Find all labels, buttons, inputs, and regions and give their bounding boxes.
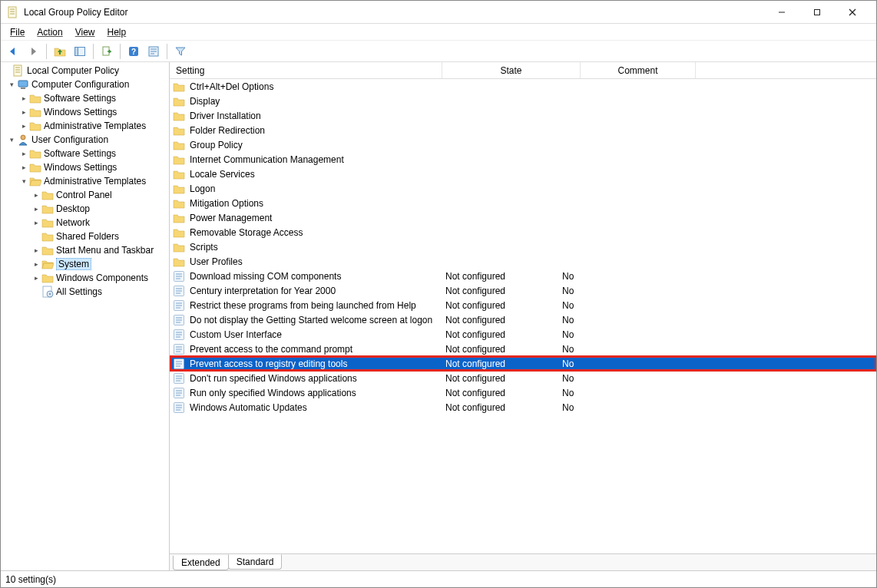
list-row-setting[interactable]: Prevent access to the command promptNot … bbox=[170, 342, 876, 356]
tab-extended[interactable]: Extended bbox=[173, 556, 229, 570]
tree-uc-admin[interactable]: ▾ Administrative Templates bbox=[1, 174, 169, 188]
settings-panel: Setting State Comment Ctrl+Alt+Del Optio… bbox=[170, 62, 876, 570]
list-item-label: Custom User Interface bbox=[190, 329, 282, 340]
list-row-folder[interactable]: User Profiles bbox=[170, 254, 876, 269]
list-row-folder[interactable]: Power Management bbox=[170, 210, 876, 225]
tree-root[interactable]: Local Computer Policy bbox=[1, 64, 169, 78]
tree-system[interactable]: ▸ System bbox=[1, 257, 169, 271]
list-row-setting[interactable]: Do not display the Getting Started welco… bbox=[170, 312, 876, 327]
list-header[interactable]: Setting State Comment bbox=[170, 62, 876, 79]
tree-cc-software[interactable]: ▸ Software Settings bbox=[1, 91, 169, 105]
list-row-folder[interactable]: Folder Redirection bbox=[170, 123, 876, 137]
list-row-setting[interactable]: Restrict these programs from being launc… bbox=[170, 298, 876, 312]
filter-button[interactable] bbox=[171, 43, 190, 60]
folder-icon bbox=[173, 110, 185, 122]
list-row-setting[interactable]: Century interpretation for Year 2000Not … bbox=[170, 283, 876, 298]
maximize-button[interactable] bbox=[799, 1, 835, 24]
show-hide-tree-button[interactable] bbox=[71, 43, 89, 60]
tree-windows-components[interactable]: ▸ Windows Components bbox=[1, 271, 169, 285]
tree-control-panel[interactable]: ▸ Control Panel bbox=[1, 188, 169, 202]
expand-icon[interactable]: ▸ bbox=[31, 219, 41, 226]
list-item-label: Locale Services bbox=[190, 169, 255, 180]
list-row-setting[interactable]: Windows Automatic UpdatesNot configuredN… bbox=[170, 400, 876, 415]
back-button[interactable] bbox=[4, 43, 22, 60]
tree-panel[interactable]: Local Computer Policy ▾ Computer Configu… bbox=[1, 62, 170, 570]
list-row-folder[interactable]: Driver Installation bbox=[170, 108, 876, 123]
folder-icon bbox=[173, 81, 185, 93]
menu-file[interactable]: File bbox=[5, 25, 29, 39]
menu-help[interactable]: Help bbox=[103, 25, 131, 39]
tree-all-settings[interactable]: All Settings bbox=[1, 285, 169, 299]
list-body[interactable]: Ctrl+Alt+Del OptionsDisplayDriver Instal… bbox=[170, 79, 876, 553]
tree-desktop[interactable]: ▸ Desktop bbox=[1, 202, 169, 216]
expand-icon[interactable]: ▸ bbox=[19, 108, 28, 116]
export-list-button[interactable] bbox=[98, 43, 116, 60]
view-tabs: Extended Standard bbox=[170, 553, 876, 570]
list-row-setting[interactable]: Custom User InterfaceNot configuredNo bbox=[170, 327, 876, 342]
expand-icon[interactable]: ▸ bbox=[19, 150, 28, 157]
list-item-state: Not configured bbox=[445, 286, 505, 296]
setting-icon bbox=[173, 270, 185, 282]
list-row-folder[interactable]: Locale Services bbox=[170, 167, 876, 181]
list-row-setting[interactable]: Download missing COM componentsNot confi… bbox=[170, 269, 876, 283]
tree-uc-windows[interactable]: ▸ Windows Settings bbox=[1, 160, 169, 174]
folder-icon bbox=[29, 161, 41, 173]
list-row-folder[interactable]: Display bbox=[170, 94, 876, 108]
tree-cc-windows[interactable]: ▸ Windows Settings bbox=[1, 105, 169, 119]
menu-action[interactable]: Action bbox=[32, 25, 67, 39]
list-row-folder[interactable]: Logon bbox=[170, 181, 876, 196]
expand-icon[interactable]: ▸ bbox=[19, 94, 28, 102]
tab-standard[interactable]: Standard bbox=[228, 554, 283, 570]
list-row-setting[interactable]: Don't run specified Windows applications… bbox=[170, 371, 876, 385]
list-row-folder[interactable]: Internet Communication Management bbox=[170, 152, 876, 167]
up-folder-button[interactable] bbox=[51, 43, 69, 60]
folder-icon bbox=[29, 106, 41, 118]
svg-text:?: ? bbox=[131, 48, 136, 56]
collapse-icon[interactable]: ▾ bbox=[7, 81, 16, 88]
column-state[interactable]: State bbox=[442, 62, 581, 78]
list-row-folder[interactable]: Scripts bbox=[170, 239, 876, 254]
list-item-label: Folder Redirection bbox=[190, 125, 265, 136]
computer-icon bbox=[17, 78, 29, 91]
tree-uc-software[interactable]: ▸ Software Settings bbox=[1, 147, 169, 160]
folder-icon bbox=[41, 272, 54, 284]
menu-view[interactable]: View bbox=[71, 25, 100, 39]
expand-icon[interactable]: ▸ bbox=[31, 274, 41, 282]
tree-user-config[interactable]: ▾ User Configuration bbox=[1, 133, 169, 147]
tree-network[interactable]: ▸ Network bbox=[1, 216, 169, 230]
setting-icon bbox=[173, 299, 185, 312]
properties-button[interactable] bbox=[144, 43, 163, 60]
svg-rect-19 bbox=[75, 47, 78, 55]
expand-icon[interactable]: ▸ bbox=[31, 246, 41, 254]
list-row-folder[interactable]: Ctrl+Alt+Del Options bbox=[170, 79, 876, 94]
column-setting[interactable]: Setting bbox=[170, 62, 442, 78]
folder-icon bbox=[173, 212, 185, 224]
policy-icon bbox=[12, 64, 25, 77]
list-row-folder[interactable]: Mitigation Options bbox=[170, 196, 876, 210]
collapse-icon[interactable]: ▾ bbox=[19, 177, 28, 185]
tree-cc-admin[interactable]: ▸ Administrative Templates bbox=[1, 119, 169, 133]
expand-icon[interactable]: ▸ bbox=[19, 164, 28, 171]
expand-icon[interactable]: ▸ bbox=[31, 260, 41, 268]
list-row-folder[interactable]: Group Policy bbox=[170, 137, 876, 152]
menubar: File Action View Help bbox=[1, 24, 876, 41]
list-row-setting[interactable]: Prevent access to registry editing tools… bbox=[170, 356, 876, 371]
tree-shared-folders[interactable]: Shared Folders bbox=[1, 230, 169, 243]
list-item-label: Display bbox=[190, 96, 220, 107]
expand-icon[interactable]: ▸ bbox=[19, 122, 28, 130]
list-item-state: Not configured bbox=[445, 329, 505, 340]
tree-computer-config[interactable]: ▾ Computer Configuration bbox=[1, 78, 169, 91]
column-comment[interactable]: Comment bbox=[581, 62, 696, 78]
list-row-setting[interactable]: Run only specified Windows applicationsN… bbox=[170, 385, 876, 400]
expand-icon[interactable]: ▸ bbox=[31, 205, 41, 213]
content-area: Local Computer Policy ▾ Computer Configu… bbox=[1, 62, 876, 570]
minimize-button[interactable] bbox=[764, 1, 799, 24]
tree-start-menu[interactable]: ▸ Start Menu and Taskbar bbox=[1, 243, 169, 257]
list-row-folder[interactable]: Removable Storage Access bbox=[170, 225, 876, 239]
forward-button[interactable] bbox=[24, 43, 42, 60]
close-button[interactable] bbox=[835, 1, 870, 24]
toolbar-separator bbox=[46, 44, 47, 59]
expand-icon[interactable]: ▸ bbox=[31, 191, 41, 199]
help-button[interactable]: ? bbox=[124, 43, 143, 60]
collapse-icon[interactable]: ▾ bbox=[7, 136, 16, 144]
